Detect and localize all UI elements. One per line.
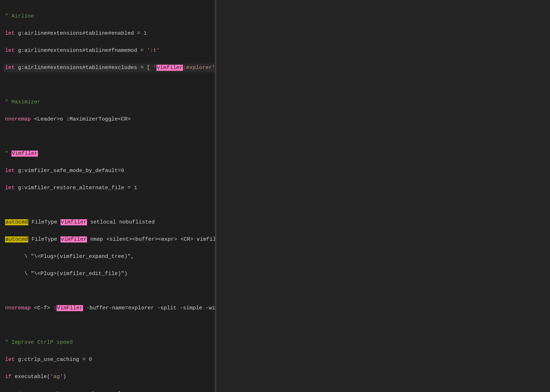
line-23: set grepprg=ag\ --nogroup\ --nocolor (4, 390, 215, 392)
line-15: \ "\<Plug>(vimfiler_expand_tree)", (4, 253, 215, 261)
line-6: " Maximizer (4, 98, 215, 107)
line-2: let g:airline#extensions#tabline#enabled… (4, 29, 215, 38)
line-22: if executable('ag') (4, 373, 215, 381)
line-20: " Improve CtrlP speed (4, 338, 215, 347)
line-8 (4, 132, 215, 141)
line-7: nnoremap <Leader>o :MaximizerToggle<CR> (4, 115, 215, 124)
line-11: let g:vimfiler_restore_alternate_file = … (4, 184, 215, 192)
line-14: autocmd FileType vimfiler nmap <silent><… (4, 235, 215, 244)
line-21: let g:ctrlp_use_caching = 0 (4, 356, 215, 364)
line-19 (4, 321, 215, 330)
line-5 (4, 81, 215, 89)
editor-container: " Airline let g:airline#extensions#tabli… (0, 0, 550, 392)
line-9: " Vimfiler (4, 150, 215, 158)
line-1: " Airline (4, 12, 215, 21)
line-17 (4, 287, 215, 295)
line-12 (4, 201, 215, 210)
line-16: \ "\<Plug>(vimfiler_edit_file)") (4, 270, 215, 278)
line-3: let g:airline#extensions#tabline#fnamemo… (4, 46, 215, 55)
line-4: let g:airline#extensions#tabline#exclude… (4, 64, 215, 72)
line-13: autocmd FileType vimfiler setlocal nobuf… (4, 218, 215, 227)
left-pane: " Airline let g:airline#extensions#tabli… (0, 0, 215, 392)
right-pane (216, 0, 550, 392)
line-10: let g:vimfiler_safe_mode_by_default=0 (4, 167, 215, 175)
line-18: nnoremap <C-f> :VimFiler -buffer-name=ex… (4, 304, 215, 313)
code-content: " Airline let g:airline#extensions#tabli… (4, 4, 215, 392)
